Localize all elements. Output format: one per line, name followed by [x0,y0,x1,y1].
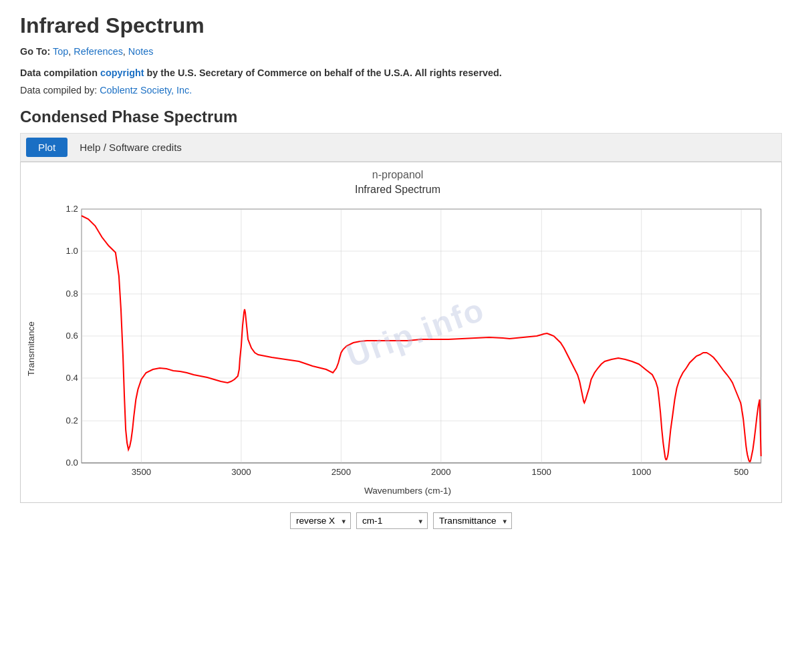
reverse-x-wrapper: reverse X normal X [290,512,351,529]
svg-text:3000: 3000 [231,467,251,477]
tab-bar: Plot Help / Software credits [20,133,782,162]
goto-bar: Go To: Top, References, Notes [20,46,782,57]
reverse-x-select[interactable]: reverse X normal X [290,512,351,529]
chart-compound-name: n-propanol [21,169,775,181]
chart-area: Transmitance [21,202,775,496]
svg-text:3500: 3500 [132,467,151,477]
svg-text:2500: 2500 [331,467,351,477]
svg-text:0.8: 0.8 [66,289,78,299]
svg-text:0.4: 0.4 [66,373,78,383]
chart-spectrum-type: Infrared Spectrum [21,184,775,196]
goto-references-link[interactable]: References [74,46,123,57]
svg-text:0.0: 0.0 [66,458,78,468]
svg-text:0.6: 0.6 [66,331,78,341]
data-compilation-text: Data compilation copyright by the U.S. S… [20,67,502,78]
svg-text:1500: 1500 [532,467,551,477]
chart-controls: reverse X normal X cm-1 micrometers Tran… [20,512,782,529]
units-wrapper: cm-1 micrometers [356,512,428,529]
goto-notes-link[interactable]: Notes [128,46,154,57]
spectrum-svg: 1.2 1.0 0.8 0.6 0.4 0.2 0.0 3500 3000 25… [41,202,775,483]
x-axis-label: Wavenumbers (cm-1) [41,486,775,496]
page-title: Infrared Spectrum [20,13,782,38]
compiled-by-label: Data compiled by: [20,85,100,96]
tab-help-software[interactable]: Help / Software credits [72,138,190,157]
svg-text:1000: 1000 [632,467,651,477]
chart-container: Urip.info n-propanol Infrared Spectrum T… [20,162,782,503]
transmittance-wrapper: Transmittance Absorbance [433,512,512,529]
goto-top-link[interactable]: Top [53,46,68,57]
goto-label: Go To: [20,46,50,57]
y-axis-label: Transmitance [21,202,41,496]
svg-text:1.0: 1.0 [66,246,78,256]
copyright-link[interactable]: copyright [100,67,144,78]
svg-text:0.2: 0.2 [66,415,78,426]
data-compilation-info: Data compilation copyright by the U.S. S… [20,67,782,78]
svg-text:2000: 2000 [431,467,450,477]
coblentz-link[interactable]: Coblentz Society, Inc. [100,85,192,96]
tab-plot[interactable]: Plot [26,138,68,157]
transmittance-select[interactable]: Transmittance Absorbance [433,512,512,529]
svg-text:1.2: 1.2 [66,204,78,214]
units-select[interactable]: cm-1 micrometers [356,512,428,529]
chart-svg-wrap: 1.2 1.0 0.8 0.6 0.4 0.2 0.0 3500 3000 25… [41,202,775,483]
section-title: Condensed Phase Spectrum [20,108,782,126]
chart-inner: 1.2 1.0 0.8 0.6 0.4 0.2 0.0 3500 3000 25… [41,202,775,496]
data-compiled-by: Data compiled by: Coblentz Society, Inc. [20,85,782,96]
svg-text:500: 500 [734,467,749,477]
